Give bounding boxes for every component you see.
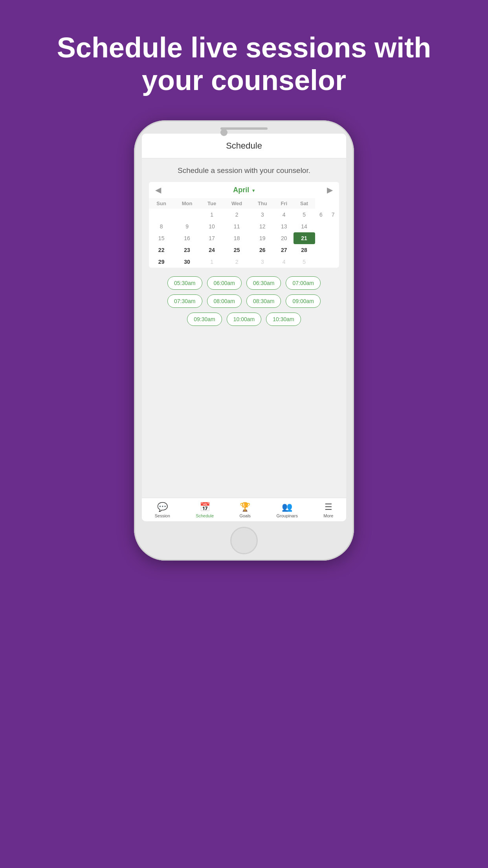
goals-icon: 🏆 [240, 502, 250, 512]
phone-speaker [220, 127, 268, 130]
calendar-cell[interactable]: 6 [315, 209, 327, 221]
app-header: Schedule [142, 134, 346, 158]
time-slot-button[interactable]: 10:00am [227, 313, 261, 326]
calendar-cell[interactable]: 11 [223, 221, 250, 232]
nav-item-session[interactable]: 💬 Session [155, 502, 170, 518]
calendar-cell[interactable]: 2 [223, 209, 250, 221]
calendar-row: 15161718192021 [149, 232, 339, 244]
time-slots-container: 05:30am06:00am06:30am07:00am07:30am08:00… [149, 274, 339, 335]
calendar-nav: ◀ April ▾ ▶ [149, 182, 339, 198]
day-header-sun: Sun [149, 198, 174, 209]
time-slot-button[interactable]: 07:30am [167, 294, 202, 308]
time-slot-row: 07:30am08:00am08:30am09:00am [149, 294, 339, 308]
nav-item-goals[interactable]: 🏆 Goals [239, 502, 251, 518]
calendar-cell[interactable]: 17 [200, 232, 224, 244]
calendar-cell[interactable]: 4 [275, 209, 294, 221]
schedule-icon: 📅 [200, 502, 210, 512]
day-header-wed: Wed [223, 198, 250, 209]
calendar-cell[interactable]: 1 [200, 209, 224, 221]
calendar-next-button[interactable]: ▶ [327, 186, 333, 194]
nav-item-groupinars[interactable]: 👥 Groupinars [276, 502, 297, 518]
time-slot-button[interactable]: 09:00am [286, 294, 320, 308]
calendar-cell[interactable]: 24 [200, 244, 224, 256]
nav-item-more[interactable]: ☰ More [323, 502, 333, 518]
calendar-cell[interactable]: 5 [294, 209, 315, 221]
calendar-cell[interactable]: 8 [149, 221, 174, 232]
more-icon: ☰ [325, 502, 332, 512]
nav-item-schedule[interactable]: 📅 Schedule [196, 502, 214, 518]
day-header-fri: Fri [275, 198, 294, 209]
calendar-cell[interactable]: 21 [294, 232, 315, 244]
calendar-cell[interactable]: 1 [200, 256, 224, 268]
calendar-cell [174, 209, 200, 221]
calendar-cell[interactable]: 18 [223, 232, 250, 244]
calendar-month-text: April [233, 186, 249, 194]
phone-camera [220, 129, 227, 136]
calendar-container: ◀ April ▾ ▶ Sun Mon Tue [149, 182, 339, 268]
calendar-cell[interactable]: 2 [223, 256, 250, 268]
calendar-cell[interactable]: 12 [250, 221, 275, 232]
session-subtitle: Schedule a session with your counselor. [149, 166, 339, 175]
calendar-cell[interactable]: 7 [327, 209, 339, 221]
calendar-cell[interactable]: 13 [275, 221, 294, 232]
day-header-sat: Sat [294, 198, 315, 209]
calendar-cell[interactable]: 23 [174, 244, 200, 256]
calendar-cell[interactable]: 5 [294, 256, 315, 268]
calendar-cell[interactable]: 9 [174, 221, 200, 232]
time-slot-row: 09:30am10:00am10:30am [149, 313, 339, 326]
session-icon: 💬 [157, 502, 168, 512]
phone-top-bar [134, 120, 354, 134]
calendar-row: 293012345 [149, 256, 339, 268]
nav-label-groupinars: Groupinars [276, 513, 297, 518]
time-slot-button[interactable]: 09:30am [187, 313, 222, 326]
phone-mockup: Schedule Schedule a session with your co… [134, 120, 354, 561]
calendar-cell[interactable]: 25 [223, 244, 250, 256]
calendar-row: 22232425262728 [149, 244, 339, 256]
phone-home-button[interactable] [230, 527, 258, 554]
time-slot-button[interactable]: 08:00am [207, 294, 242, 308]
time-slot-button[interactable]: 08:30am [246, 294, 281, 308]
nav-label-session: Session [155, 513, 170, 518]
calendar-cell[interactable]: 3 [250, 256, 275, 268]
calendar-cell[interactable]: 30 [174, 256, 200, 268]
calendar-cell[interactable]: 28 [294, 244, 315, 256]
day-header-tue: Tue [200, 198, 224, 209]
calendar-cell[interactable]: 22 [149, 244, 174, 256]
calendar-table: Sun Mon Tue Wed Thu Fri Sat 12345678 [149, 198, 339, 268]
nav-label-schedule: Schedule [196, 513, 214, 518]
time-slot-button[interactable]: 06:30am [246, 276, 281, 290]
nav-label-goals: Goals [239, 513, 251, 518]
calendar-cell[interactable]: 3 [250, 209, 275, 221]
calendar-prev-button[interactable]: ◀ [155, 186, 161, 194]
day-header-mon: Mon [174, 198, 200, 209]
calendar-month-label[interactable]: April ▾ [233, 186, 255, 194]
groupinars-icon: 👥 [282, 502, 292, 512]
bottom-nav: 💬 Session 📅 Schedule 🏆 Goals 👥 Groupinar… [142, 498, 346, 521]
phone-screen: Schedule Schedule a session with your co… [142, 134, 346, 521]
calendar-header-row: Sun Mon Tue Wed Thu Fri Sat [149, 198, 339, 209]
calendar-cell[interactable]: 19 [250, 232, 275, 244]
calendar-month-dropdown-icon: ▾ [252, 188, 255, 193]
calendar-cell[interactable]: 10 [200, 221, 224, 232]
calendar-cell[interactable]: 16 [174, 232, 200, 244]
calendar-cell [149, 209, 174, 221]
time-slot-button[interactable]: 06:00am [207, 276, 242, 290]
hero-title: Schedule live sessions with your counsel… [0, 31, 488, 97]
calendar-cell[interactable]: 29 [149, 256, 174, 268]
time-slot-button[interactable]: 10:30am [266, 313, 301, 326]
calendar-cell[interactable]: 4 [275, 256, 294, 268]
day-header-thu: Thu [250, 198, 275, 209]
calendar-cell[interactable]: 27 [275, 244, 294, 256]
calendar-row: 891011121314 [149, 221, 339, 232]
calendar-cell[interactable]: 15 [149, 232, 174, 244]
time-slot-button[interactable]: 07:00am [286, 276, 320, 290]
calendar-cell[interactable]: 26 [250, 244, 275, 256]
nav-label-more: More [323, 513, 333, 518]
time-slot-row: 05:30am06:00am06:30am07:00am [149, 276, 339, 290]
calendar-cell[interactable]: 20 [275, 232, 294, 244]
app-body: Schedule a session with your counselor. … [142, 158, 346, 498]
calendar-cell[interactable]: 14 [294, 221, 315, 232]
time-slot-button[interactable]: 05:30am [167, 276, 202, 290]
phone-shell: Schedule Schedule a session with your co… [134, 120, 354, 561]
calendar-row: 1234567 [149, 209, 339, 221]
